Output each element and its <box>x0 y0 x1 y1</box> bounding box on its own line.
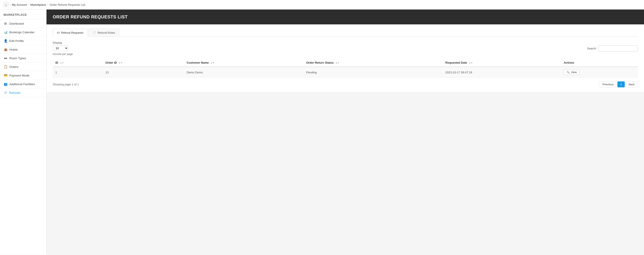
sidebar-item-payment-mode[interactable]: 💳 Payment Mode <box>0 71 46 80</box>
sidebar-item-edit-profile-label: Edit Profile <box>9 39 24 43</box>
cell-requested-date: 2023-10-17 09:47:19 <box>443 67 561 78</box>
sidebar-item-additional-facilities-label: Additional Facilities <box>9 83 35 86</box>
table-header-row: ID ▲▼ Order ID ▲▼ Customer Name ▲▼ Ord <box>53 59 638 67</box>
hotels-icon: 🏨 <box>4 48 8 51</box>
search-input[interactable] <box>598 46 638 52</box>
page-title: ORDER REFUND REQUESTS LIST <box>53 15 638 20</box>
additional-facilities-icon: 👥 <box>4 82 8 86</box>
main-layout: MARKETPLACE ⊞ Dashboard 📊 Bookings Calen… <box>0 10 644 254</box>
sidebar-item-room-types[interactable]: 🛏 Room Types <box>0 54 46 63</box>
bookings-calendar-icon: 📊 <box>4 30 8 34</box>
cell-order-return-status: Pending <box>304 67 443 78</box>
breadcrumb-my-account[interactable]: My Account <box>12 3 27 7</box>
previous-button[interactable]: Previous <box>599 81 617 87</box>
sort-order-return-status-icon[interactable]: ▲▼ <box>336 62 340 64</box>
search-row: Search <box>587 46 638 52</box>
content-area: 🏷 Refund Requests 📄 Refund Rules Display… <box>46 24 644 92</box>
breadcrumb-marketplace[interactable]: Marketplace <box>30 3 46 7</box>
col-id: ID ▲▼ <box>53 59 103 67</box>
sidebar-item-edit-profile[interactable]: 👤 Edit Profile <box>0 37 46 45</box>
sort-id-icon[interactable]: ▲▼ <box>60 62 64 64</box>
display-controls: Display 10 25 50 100 records per page <box>53 41 73 56</box>
sidebar-item-dashboard-label: Dashboard <box>9 22 24 25</box>
home-icon[interactable]: ⌂ <box>4 2 8 7</box>
sidebar-item-refunds-label: Refunds <box>9 91 20 94</box>
sidebar-item-additional-facilities[interactable]: 👥 Additional Facilities <box>0 80 46 89</box>
tab-refund-requests[interactable]: 🏷 Refund Requests <box>53 29 88 37</box>
sidebar-item-hotels[interactable]: 🏨 Hotels <box>0 45 46 54</box>
refunds-icon: ↺ <box>4 91 8 94</box>
cell-actions: 🔍 View <box>561 67 638 78</box>
cell-customer-name: Demo Demo <box>184 67 304 78</box>
col-customer-name: Customer Name ▲▼ <box>184 59 304 67</box>
sidebar-item-bookings-calendar[interactable]: 📊 Bookings Calender <box>0 28 46 37</box>
sidebar-title: MARKETPLACE <box>0 13 46 19</box>
tab-refund-rules-label: Refund Rules <box>98 31 115 34</box>
col-actions: Actions <box>561 59 638 67</box>
table-body: 1 13 Demo Demo Pending 2023-10-17 09:47:… <box>53 67 638 78</box>
orders-icon: 📋 <box>4 65 8 69</box>
col-requested-date: Requested Date ▲▼ <box>443 59 561 67</box>
sort-order-id-icon[interactable]: ▲▼ <box>119 62 123 64</box>
breadcrumb: ⌂ › My Account › Marketplace › Order Ref… <box>0 0 644 10</box>
breadcrumb-separator-3: › <box>48 3 48 6</box>
sidebar-item-refunds[interactable]: ↺ Refunds <box>0 89 46 97</box>
display-select-wrap: 10 25 50 100 <box>53 45 73 51</box>
pagination: Previous 1 Next <box>599 81 638 87</box>
refund-requests-tab-icon: 🏷 <box>57 31 60 34</box>
search-label: Search <box>587 47 596 50</box>
dashboard-icon: ⊞ <box>4 22 8 25</box>
sidebar-item-bookings-calendar-label: Bookings Calender <box>9 31 34 34</box>
data-table: ID ▲▼ Order ID ▲▼ Customer Name ▲▼ Ord <box>53 59 638 78</box>
col-order-return-status: Order Return Status ▲▼ <box>304 59 443 67</box>
showing-text: Showing page 1 of 1 <box>53 83 79 86</box>
search-icon: 🔍 <box>566 71 570 74</box>
tab-refund-rules[interactable]: 📄 Refund Rules <box>88 29 119 36</box>
sidebar-item-dashboard[interactable]: ⊞ Dashboard <box>0 19 46 28</box>
edit-profile-icon: 👤 <box>4 39 8 43</box>
current-page[interactable]: 1 <box>618 81 625 87</box>
sidebar-item-room-types-label: Room Types <box>9 57 26 60</box>
table-header: ID ▲▼ Order ID ▲▼ Customer Name ▲▼ Ord <box>53 59 638 67</box>
pagination-row: Showing page 1 of 1 Previous 1 Next <box>53 81 638 87</box>
records-per-page-label: records per page <box>53 53 73 56</box>
display-label: Display <box>53 41 73 44</box>
breadcrumb-current-page: Order Refund Requests List <box>50 3 85 7</box>
view-button-label: View <box>571 71 577 74</box>
payment-mode-icon: 💳 <box>4 74 8 77</box>
sidebar: MARKETPLACE ⊞ Dashboard 📊 Bookings Calen… <box>0 10 46 254</box>
sidebar-item-payment-mode-label: Payment Mode <box>9 74 30 77</box>
room-types-icon: 🛏 <box>4 56 8 60</box>
cell-id: 1 <box>53 67 103 78</box>
sidebar-item-orders[interactable]: 📋 Orders <box>0 63 46 71</box>
view-button[interactable]: 🔍 View <box>564 69 580 75</box>
sort-customer-name-icon[interactable]: ▲▼ <box>210 62 214 64</box>
sidebar-item-orders-label: Orders <box>9 65 18 69</box>
tab-refund-requests-label: Refund Requests <box>61 31 83 34</box>
page-header: ORDER REFUND REQUESTS LIST <box>46 10 644 24</box>
breadcrumb-separator-1: › <box>10 3 11 6</box>
refund-rules-tab-icon: 📄 <box>92 31 96 34</box>
tabs: 🏷 Refund Requests 📄 Refund Rules <box>53 29 638 37</box>
main-content: ORDER REFUND REQUESTS LIST 🏷 Refund Requ… <box>46 10 644 254</box>
display-select[interactable]: 10 25 50 100 <box>53 45 68 51</box>
sort-requested-date-icon[interactable]: ▲▼ <box>469 62 473 64</box>
table-row: 1 13 Demo Demo Pending 2023-10-17 09:47:… <box>53 67 638 78</box>
sidebar-item-hotels-label: Hotels <box>9 48 18 51</box>
next-button[interactable]: Next <box>625 81 638 87</box>
cell-order-id: 13 <box>103 67 184 78</box>
display-search-row: Display 10 25 50 100 records per page Se… <box>53 41 638 56</box>
breadcrumb-separator-2: › <box>28 3 29 6</box>
col-order-id: Order ID ▲▼ <box>103 59 184 67</box>
